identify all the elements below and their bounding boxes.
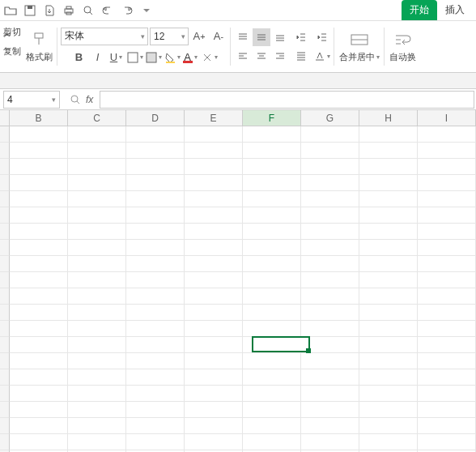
- row-header[interactable]: [0, 402, 10, 418]
- cell[interactable]: [185, 126, 243, 143]
- cell[interactable]: [126, 256, 185, 272]
- cell[interactable]: [243, 369, 301, 386]
- cell[interactable]: [243, 321, 301, 337]
- zoom-icon[interactable]: [70, 94, 81, 105]
- cell[interactable]: [185, 159, 243, 175]
- increase-font-button[interactable]: A+: [190, 28, 208, 45]
- cell[interactable]: [185, 402, 243, 418]
- fill-handle[interactable]: [306, 348, 311, 353]
- cell[interactable]: [359, 224, 418, 240]
- cell[interactable]: [418, 272, 476, 288]
- cell[interactable]: [68, 159, 126, 175]
- cell[interactable]: [359, 402, 418, 418]
- active-cell-outline[interactable]: [252, 336, 310, 352]
- cell[interactable]: [301, 224, 359, 240]
- tab-home[interactable]: 开始: [402, 0, 437, 20]
- copy-button[interactable]: 复制: [2, 44, 23, 59]
- col-header[interactable]: E: [185, 110, 243, 126]
- format-painter-button[interactable]: 格式刷: [24, 28, 54, 65]
- row-header[interactable]: [0, 272, 10, 288]
- cell[interactable]: [185, 207, 243, 224]
- cell[interactable]: [418, 353, 476, 369]
- cell[interactable]: [301, 386, 359, 402]
- cell[interactable]: [185, 288, 243, 305]
- cell[interactable]: [301, 353, 359, 369]
- row-header[interactable]: [0, 288, 10, 305]
- cell[interactable]: [418, 143, 476, 159]
- cell[interactable]: [359, 159, 418, 175]
- cell[interactable]: [68, 402, 126, 418]
- align-right-button[interactable]: [271, 47, 289, 65]
- cell[interactable]: [418, 288, 476, 305]
- cell[interactable]: [68, 353, 126, 369]
- save-icon[interactable]: [23, 3, 37, 18]
- cell[interactable]: [418, 369, 476, 386]
- cell[interactable]: [301, 143, 359, 159]
- cell[interactable]: [10, 386, 68, 402]
- cell[interactable]: [301, 256, 359, 272]
- cell[interactable]: [68, 256, 126, 272]
- formula-input[interactable]: [100, 91, 474, 109]
- cell[interactable]: [359, 207, 418, 224]
- cell[interactable]: [126, 224, 185, 240]
- cell[interactable]: [10, 337, 68, 353]
- redo-icon[interactable]: [120, 3, 134, 18]
- col-header[interactable]: C: [68, 110, 126, 126]
- row-header[interactable]: [0, 353, 10, 369]
- align-middle-button[interactable]: [253, 28, 270, 46]
- cell[interactable]: [68, 240, 126, 256]
- cell[interactable]: [68, 175, 126, 191]
- cell[interactable]: [243, 191, 301, 207]
- cell[interactable]: [68, 207, 126, 224]
- cell[interactable]: [126, 143, 185, 159]
- cell[interactable]: [185, 175, 243, 191]
- cell[interactable]: [10, 207, 68, 224]
- cell[interactable]: [185, 321, 243, 337]
- fill-color-button[interactable]: ▾: [164, 49, 181, 66]
- cell[interactable]: [10, 272, 68, 288]
- spreadsheet-grid[interactable]: B C D E F G H I: [0, 110, 476, 452]
- cell[interactable]: [126, 159, 185, 175]
- cell[interactable]: [301, 434, 359, 450]
- col-header[interactable]: H: [359, 110, 418, 126]
- cell[interactable]: [418, 191, 476, 207]
- cell[interactable]: [359, 126, 418, 143]
- cell[interactable]: [243, 272, 301, 288]
- cell[interactable]: [243, 386, 301, 402]
- cell[interactable]: [301, 159, 359, 175]
- fx-icon[interactable]: fx: [86, 94, 93, 105]
- folder-open-icon[interactable]: [3, 3, 18, 18]
- col-header[interactable]: G: [301, 110, 359, 126]
- cell[interactable]: [10, 353, 68, 369]
- cell[interactable]: [68, 191, 126, 207]
- cell[interactable]: [10, 191, 68, 207]
- cell[interactable]: [185, 305, 243, 321]
- font-size-select[interactable]: 12 ▾: [150, 28, 189, 45]
- row-header[interactable]: [0, 321, 10, 337]
- cell[interactable]: [359, 369, 418, 386]
- cell[interactable]: [68, 369, 126, 386]
- cell[interactable]: [359, 272, 418, 288]
- cell[interactable]: [68, 386, 126, 402]
- undo-icon[interactable]: [100, 3, 115, 18]
- merge-center-button[interactable]: 合并居中▾: [338, 28, 381, 65]
- row-header[interactable]: [0, 418, 10, 434]
- cell[interactable]: [359, 256, 418, 272]
- cell[interactable]: [126, 321, 185, 337]
- cell[interactable]: [243, 143, 301, 159]
- cell[interactable]: [301, 402, 359, 418]
- cell[interactable]: [126, 288, 185, 305]
- cell[interactable]: [10, 305, 68, 321]
- cell[interactable]: [10, 434, 68, 450]
- cell[interactable]: [185, 143, 243, 159]
- font-color-button[interactable]: A▾: [182, 49, 200, 66]
- cell[interactable]: [68, 288, 126, 305]
- decrease-indent-button[interactable]: [292, 28, 310, 46]
- cell[interactable]: [126, 175, 185, 191]
- cell[interactable]: [126, 337, 185, 353]
- col-header-active[interactable]: F: [243, 110, 301, 126]
- row-header[interactable]: [0, 337, 10, 353]
- bold-button[interactable]: B: [70, 49, 88, 66]
- cell[interactable]: [243, 288, 301, 305]
- cell[interactable]: [126, 369, 185, 386]
